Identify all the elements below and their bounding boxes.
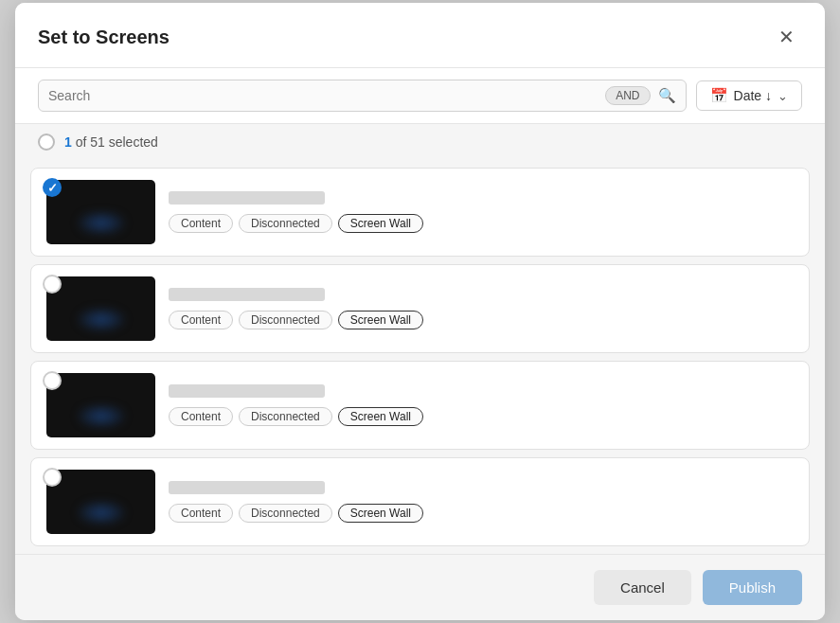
toolbar: AND 🔍 📅 Date ↓ ⌄ [15, 68, 825, 124]
unchecked-icon [43, 371, 62, 390]
screen-info: Content Disconnected Screen Wall [169, 384, 794, 426]
date-filter-button[interactable]: 📅 Date ↓ ⌄ [696, 80, 802, 111]
modal-title: Set to Screens [38, 27, 170, 48]
selected-count: 1 [64, 134, 72, 150]
tag-content: Content [169, 311, 233, 329]
unchecked-icon [43, 468, 62, 487]
screen-info: Content Disconnected Screen Wall [169, 191, 794, 233]
item-checkbox[interactable] [43, 371, 62, 390]
search-container: AND 🔍 [38, 80, 687, 112]
chevron-down-icon: ⌄ [777, 89, 788, 103]
screen-thumbnail [46, 470, 155, 534]
set-to-screens-modal: Set to Screens ✕ AND 🔍 📅 Date ↓ ⌄ 1 of 5… [15, 3, 825, 620]
screen-tags: Content Disconnected Screen Wall [169, 407, 794, 426]
publish-button[interactable]: Publish [703, 570, 802, 605]
screen-list: ✓ Content Disconnected Screen Wall [15, 160, 825, 554]
search-icon: 🔍 [658, 87, 676, 104]
modal-footer: Cancel Publish [15, 554, 825, 620]
tag-disconnected: Disconnected [239, 311, 332, 329]
screen-name-bar [169, 191, 325, 205]
screen-tags: Content Disconnected Screen Wall [169, 311, 794, 329]
screen-thumbnail [46, 276, 155, 341]
item-checkbox[interactable] [43, 275, 62, 294]
tag-disconnected: Disconnected [239, 407, 332, 426]
screen-info: Content Disconnected Screen Wall [169, 481, 794, 523]
screen-thumbnail [46, 180, 155, 244]
date-icon: 📅 [710, 87, 728, 104]
modal-header: Set to Screens ✕ [15, 3, 825, 68]
tag-screen-wall: Screen Wall [338, 407, 423, 426]
list-item[interactable]: Content Disconnected Screen Wall [30, 361, 810, 450]
tag-screen-wall: Screen Wall [338, 504, 423, 523]
selection-count: 1 of 51 selected [64, 134, 158, 150]
cancel-button[interactable]: Cancel [594, 570, 691, 605]
tag-screen-wall: Screen Wall [338, 214, 423, 233]
select-all-radio[interactable] [38, 134, 55, 151]
item-checkbox-selected[interactable]: ✓ [43, 178, 62, 197]
and-badge: AND [605, 86, 650, 105]
search-input[interactable] [48, 88, 598, 103]
screen-info: Content Disconnected Screen Wall [169, 288, 794, 329]
tag-content: Content [169, 407, 233, 426]
tag-disconnected: Disconnected [239, 214, 332, 233]
checked-icon: ✓ [43, 178, 62, 197]
list-item[interactable]: Content Disconnected Screen Wall [30, 264, 810, 353]
close-button[interactable]: ✕ [771, 22, 802, 52]
unchecked-icon [43, 275, 62, 294]
tag-disconnected: Disconnected [239, 504, 332, 523]
tag-content: Content [169, 504, 233, 523]
screen-tags: Content Disconnected Screen Wall [169, 504, 794, 523]
date-label: Date ↓ [734, 88, 772, 103]
item-checkbox[interactable] [43, 468, 62, 487]
tag-screen-wall: Screen Wall [338, 311, 423, 329]
screen-name-bar [169, 384, 325, 398]
list-item[interactable]: Content Disconnected Screen Wall [30, 457, 810, 546]
screen-tags: Content Disconnected Screen Wall [169, 214, 794, 233]
screen-name-bar [169, 481, 325, 494]
screen-thumbnail [46, 373, 155, 437]
screen-name-bar [169, 288, 325, 301]
tag-content: Content [169, 214, 233, 233]
selection-bar: 1 of 51 selected [15, 124, 825, 160]
list-item[interactable]: ✓ Content Disconnected Screen Wall [30, 168, 810, 257]
